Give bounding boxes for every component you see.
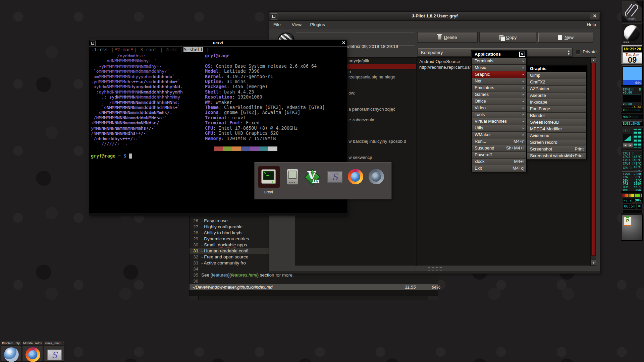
urxvt-icon[interactable]: >_ <box>261 169 277 185</box>
close-icon[interactable]: ✕ <box>590 13 599 19</box>
tmux-tab[interactable]: 4-mc <box>163 47 180 52</box>
tmux-tab[interactable]: | <box>180 47 183 52</box>
menu-file[interactable]: File <box>273 22 281 27</box>
tmux-tab[interactable]: *2-moc* <box>114 47 134 52</box>
menu-help[interactable]: Help <box>587 22 596 27</box>
menu-item-screenshot-window[interactable]: Screenshot windowM4+Print <box>527 153 586 160</box>
menu-item-avidemux[interactable]: Avidemux <box>527 133 586 139</box>
menu-item-sweethome3d[interactable]: SweetHome3D <box>527 119 586 126</box>
close-icon[interactable]: ✕ <box>342 40 345 45</box>
temperature-dockapp[interactable]: CPU1 8 48°CCPU2 8 48°CCPU3 8 48°CCPU4 8 … <box>621 150 643 170</box>
divider <box>296 33 415 33</box>
applications-menu-title[interactable]: Applications ✕ <box>472 51 526 58</box>
clock-dockapp[interactable]: 18:29:20 Tue, Apr 09 <box>621 45 643 64</box>
menu-item-run-[interactable]: Run...M4+r <box>472 138 526 145</box>
menu-item-video[interactable]: Video▸ <box>472 105 526 112</box>
menu-item-terminals[interactable]: Terminals▸ <box>472 58 526 65</box>
clip-next-arrow[interactable] <box>635 1 642 8</box>
tmux-tab[interactable]: .1-rss. <box>91 47 111 52</box>
urxvt-window-resizebar[interactable] <box>89 213 347 216</box>
menu-item-xlock[interactable]: xlockM4+l <box>472 159 526 165</box>
menu-item-wmaker[interactable]: WMaker▸ <box>472 132 526 138</box>
menu-item-aseprite[interactable]: Aseprite <box>527 93 586 99</box>
sphere-dockapp[interactable] <box>621 23 643 44</box>
tmux-tab[interactable]: | <box>203 47 209 52</box>
menu-item-emulators[interactable]: Emulators▸ <box>472 85 526 92</box>
private-checkbox[interactable] <box>576 50 581 55</box>
tmux-tab-bar[interactable]: .1-rss.|*2-moc*| 3-root | 4-mc |5-shell … <box>91 47 209 52</box>
scroll-down-icon[interactable]: ▼ <box>591 260 596 265</box>
menu-item-games[interactable]: Games▸ <box>472 92 526 98</box>
menu-item-office[interactable]: Office▸ <box>472 98 526 105</box>
tmux-tab[interactable]: | <box>111 47 114 52</box>
copy-button[interactable]: Copy <box>479 32 536 43</box>
new-button[interactable]: New <box>538 32 593 43</box>
miniwindow-2[interactable]: Mozilla...refox <box>22 341 43 362</box>
menu-item-susupend[interactable]: SusupendSh+M4+l <box>472 145 526 152</box>
menu-plugins[interactable]: Plugins <box>310 22 325 27</box>
menu-item-screen-record[interactable]: Screen record <box>527 139 586 146</box>
scrollbar-thumb[interactable] <box>591 63 596 256</box>
menu-item-net[interactable]: Net▸ <box>472 78 526 85</box>
menu-view[interactable]: View <box>292 22 302 27</box>
menu-item-music[interactable]: Music▸ <box>472 65 526 71</box>
dots-icon <box>624 42 625 43</box>
menu-item-screenshot[interactable]: ScreenshotPrint <box>527 146 586 153</box>
memo-scrollbar[interactable]: ▲ ▼ <box>591 57 596 266</box>
weather-dockapp[interactable]: EPWR2300TMP8°CDEW2°CPRS1009HUM65 %WNDNNW <box>621 171 643 192</box>
graphic-submenu-title[interactable]: Graphic <box>527 65 586 72</box>
tmux-tab[interactable]: | <box>160 47 163 52</box>
menu-item-virtual-machines[interactable]: Virtual Machines▸ <box>472 118 526 125</box>
miniwindow-3[interactable]: vimja_imap...S <box>44 341 64 362</box>
network-dockapp[interactable]: ETH088B ▼0.00▲0.00 ▼0.00▲0.00 <box>621 86 643 107</box>
menu-item-utils[interactable]: Utils▸ <box>472 125 526 132</box>
mixer-dockapp[interactable]: 8488 ◀ ▶ <box>621 128 643 149</box>
miniwindow-1[interactable]: Problem...ctyl <box>1 341 21 362</box>
lcd-panel-mocp[interactable]: MOCP8888 <box>621 114 643 119</box>
menu-item-graphic[interactable]: Graphic▸ <box>472 71 526 78</box>
urxvt-titlebar[interactable]: urxvt ✕ <box>89 40 347 47</box>
delete-button[interactable]: Delete <box>417 32 478 43</box>
scroll-up-icon[interactable]: ▲ <box>591 58 596 63</box>
menu-item-exit[interactable]: ExitM4+q <box>472 165 526 172</box>
lcd-panel-x[interactable]: X88888888 <box>621 108 643 113</box>
tmux-tab[interactable]: 3-root <box>137 47 160 52</box>
vim-window-resizebar[interactable] <box>189 296 438 300</box>
close-icon[interactable]: ✕ <box>519 52 525 57</box>
tmux-tab[interactable]: 5-shell <box>183 47 203 52</box>
vim-icon[interactable]: Vim <box>304 169 320 185</box>
menu-item-gimp[interactable]: Gimp <box>527 72 586 79</box>
jpilot-window-resizebar[interactable] <box>269 271 600 274</box>
mixer-next-button[interactable]: ▶ <box>628 143 633 148</box>
submenu-arrow-icon: ▸ <box>523 125 524 131</box>
menu-item-grafx2[interactable]: GraFX2 <box>527 79 586 86</box>
jpilot-dockapp[interactable]: P <box>621 215 643 241</box>
meter-dockapp[interactable]: 04% <box>621 65 643 86</box>
clip-prev-arrow[interactable] <box>622 15 629 21</box>
menu-item-tools[interactable]: Tools▸ <box>472 112 526 118</box>
submenu-arrow-icon: ▸ <box>523 105 524 111</box>
menu-item-azpainter[interactable]: AZPainter <box>527 86 586 93</box>
neofetch-info: gryf@rage---------OS: Gentoo Base System… <box>205 53 325 141</box>
sylpheed-icon[interactable]: S <box>327 169 343 185</box>
battery-dockapp[interactable]: ⌁ 90% 06:58 B1 <box>621 192 643 214</box>
battery-time: 06:58 <box>623 203 637 209</box>
mixer-prev-button[interactable]: ◀ <box>623 143 628 148</box>
volume-gauge[interactable] <box>623 133 632 142</box>
firefox-ghost-icon[interactable] <box>368 169 384 185</box>
features-link[interactable]: features <box>212 273 228 278</box>
menu-item-poweroff[interactable]: Poweroff <box>472 152 526 159</box>
shell-prompt[interactable]: gryf@rage ~ $ <box>91 153 132 159</box>
firefox-icon[interactable] <box>347 169 364 185</box>
clip-dockapp[interactable]: main <box>621 1 643 22</box>
jpilot-icon[interactable] <box>284 169 301 185</box>
miniwindow-title: vimja_imap... <box>44 341 64 346</box>
jpilot-titlebar[interactable]: J-Pilot 1.8.2 User: gryf ✕ <box>269 12 600 21</box>
lcd-panel-bubblemon[interactable]: BUBBLEMON <box>621 121 643 126</box>
chevron-updown-icon[interactable]: ▲▼ <box>567 50 570 56</box>
menu-item-mpeg4-modifier[interactable]: MPEG4 Modifier <box>527 126 586 133</box>
menu-item-blender[interactable]: Blender <box>527 113 586 119</box>
menu-item-inkscape[interactable]: Inkscape <box>527 99 586 106</box>
menu-item-fontforge[interactable]: FontForge <box>527 106 586 113</box>
tmux-tab[interactable]: | <box>134 47 137 52</box>
